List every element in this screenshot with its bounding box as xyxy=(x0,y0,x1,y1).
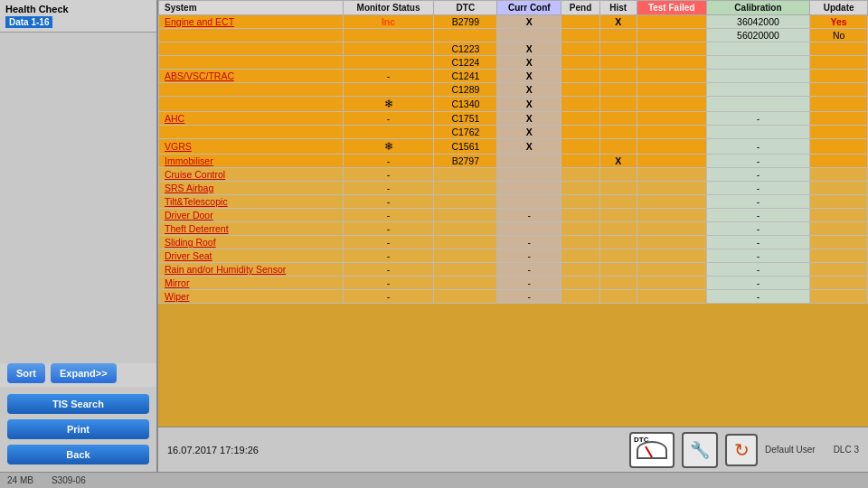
cell-system xyxy=(159,56,344,70)
cell-calibration: - xyxy=(706,263,810,277)
cell-system[interactable]: Cruise Control xyxy=(159,168,344,182)
cell-calibration: - xyxy=(706,139,810,155)
cell-update xyxy=(810,155,868,168)
back-button[interactable]: Back xyxy=(7,445,149,465)
cell-hist xyxy=(599,42,637,56)
cell-test-failed xyxy=(637,249,706,263)
cell-hist xyxy=(599,195,637,209)
cell-system[interactable]: Driver Seat xyxy=(159,249,344,263)
sort-button[interactable]: Sort xyxy=(7,363,45,383)
col-system: System xyxy=(159,1,344,15)
mb-label: 24 MB xyxy=(7,475,33,485)
cell-pend xyxy=(561,168,600,182)
cell-update xyxy=(810,277,868,290)
cell-system[interactable]: AHC xyxy=(159,112,344,126)
cell-system[interactable]: Driver Door xyxy=(159,209,344,222)
refresh-icon[interactable]: ↻ xyxy=(725,434,758,466)
sort-expand-row: Sort Expand>> xyxy=(0,363,156,383)
cell-update xyxy=(810,290,868,304)
cell-dtc xyxy=(434,222,497,236)
cell-system[interactable]: Sliding Roof xyxy=(159,236,344,249)
expand-button[interactable]: Expand>> xyxy=(51,363,117,383)
cell-test-failed xyxy=(637,277,706,290)
cell-update xyxy=(810,56,868,70)
cell-dtc: B2797 xyxy=(434,155,497,168)
cell-system[interactable]: VGRS xyxy=(159,139,344,155)
col-update: Update xyxy=(810,1,868,15)
cell-system[interactable]: SRS Airbag xyxy=(159,182,344,195)
s-code: S309-06 xyxy=(52,475,86,485)
cell-test-failed xyxy=(637,42,706,56)
cell-curr-conf: X xyxy=(497,97,561,112)
cell-pend xyxy=(561,249,600,263)
cell-system xyxy=(159,83,344,97)
col-test-failed: Test Failed xyxy=(637,1,706,15)
cell-curr-conf: X xyxy=(497,112,561,126)
cell-update xyxy=(810,249,868,263)
col-curr-conf: Curr Conf xyxy=(497,1,561,15)
cell-system[interactable]: Rain and/or Humidity Sensor xyxy=(159,263,344,277)
cell-calibration xyxy=(706,70,810,83)
table-row: Driver Door--- xyxy=(159,209,868,222)
table-row: Sliding Roof--- xyxy=(159,236,868,249)
cell-pend xyxy=(561,195,600,209)
cell-pend xyxy=(561,222,600,236)
tis-search-button[interactable]: TIS Search xyxy=(7,394,149,414)
cell-calibration: - xyxy=(706,209,810,222)
print-button[interactable]: Print xyxy=(7,419,149,439)
cell-test-failed xyxy=(637,83,706,97)
cell-test-failed xyxy=(637,236,706,249)
cell-update xyxy=(810,195,868,209)
table-row: Engine and ECTIncB2799XX36042000Yes xyxy=(159,15,868,29)
cell-hist xyxy=(599,97,637,112)
health-check-header: Health Check Data 1-16 xyxy=(0,0,156,33)
cell-test-failed xyxy=(637,70,706,83)
user-info: Default User xyxy=(765,445,816,455)
cell-update xyxy=(810,222,868,236)
cell-dtc xyxy=(434,195,497,209)
cell-pend xyxy=(561,29,600,42)
cell-system[interactable]: Immobiliser xyxy=(159,155,344,168)
cell-calibration: - xyxy=(706,222,810,236)
cell-calibration: - xyxy=(706,182,810,195)
cell-system[interactable]: Mirror xyxy=(159,277,344,290)
cell-dtc xyxy=(434,290,497,304)
table-row: VGRS❄C1561X- xyxy=(159,139,868,155)
cell-system[interactable]: ABS/VSC/TRAC xyxy=(159,70,344,83)
col-pend: Pend xyxy=(561,1,600,15)
cell-test-failed xyxy=(637,195,706,209)
cell-calibration: - xyxy=(706,277,810,290)
cell-system[interactable]: Engine and ECT xyxy=(159,15,344,29)
cell-update xyxy=(810,182,868,195)
cell-system[interactable]: Theft Deterrent xyxy=(159,222,344,236)
cell-system[interactable]: Tilt&Telescopic xyxy=(159,195,344,209)
cell-curr-conf: X xyxy=(497,42,561,56)
cell-curr-conf: X xyxy=(497,56,561,70)
cell-monitor-status: - xyxy=(343,209,434,222)
bottom-labels: Default User DLC 3 xyxy=(765,445,859,455)
cell-pend xyxy=(561,83,600,97)
table-row: Rain and/or Humidity Sensor--- xyxy=(159,263,868,277)
cell-hist xyxy=(599,112,637,126)
cell-monitor-status: Inc xyxy=(343,15,434,29)
cell-curr-conf: - xyxy=(497,249,561,263)
cell-test-failed xyxy=(637,29,706,42)
table-row: Immobiliser-B2797X- xyxy=(159,155,868,168)
cell-hist xyxy=(599,168,637,182)
cell-hist: X xyxy=(599,15,637,29)
col-dtc: DTC xyxy=(434,1,497,15)
dlc-info: DLC 3 xyxy=(834,445,859,455)
tool-icon[interactable]: 🔧 xyxy=(682,432,718,468)
cell-system[interactable]: Wiper xyxy=(159,290,344,304)
cell-test-failed xyxy=(637,112,706,126)
left-buttons: TIS Search Print Back xyxy=(0,387,156,472)
cell-hist: X xyxy=(599,155,637,168)
cell-dtc: C1223 xyxy=(434,42,497,56)
table-row: Mirror--- xyxy=(159,277,868,290)
cell-hist xyxy=(599,277,637,290)
cell-update xyxy=(810,97,868,112)
cell-pend xyxy=(561,139,600,155)
cell-dtc: B2799 xyxy=(434,15,497,29)
gauge-circle xyxy=(637,441,667,459)
cell-hist xyxy=(599,56,637,70)
